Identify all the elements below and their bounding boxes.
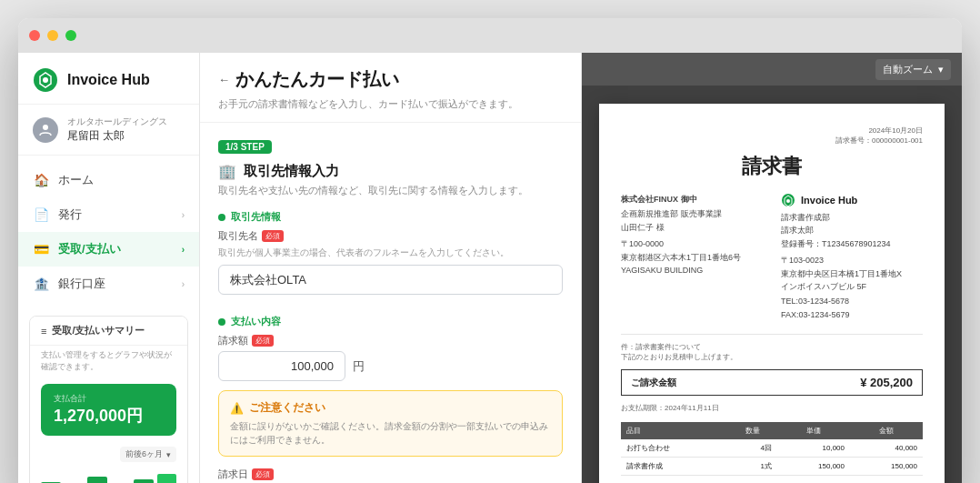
- sidebar-item-label: 受取/支払い: [58, 241, 121, 257]
- table-header-qty: 数量: [727, 422, 777, 439]
- from-name: Invoice Hub: [801, 195, 857, 206]
- step-badge: 1/3 STEP: [218, 140, 272, 154]
- avatar: [33, 117, 58, 143]
- preview-content: 2024年10月20日 請求番号：000000001-001 請求書 株式会社F…: [582, 86, 962, 483]
- summary-header: ≡ 受取/支払いサマリー: [30, 317, 187, 346]
- sidebar-item-receive[interactable]: 💳 受取/支払い ›: [18, 232, 199, 267]
- sidebar-item-label: 発行: [58, 206, 82, 223]
- form-body: 1/3 STEP 🏢 取引先情報入力 取引先名や支払い先の情報など、取引先に関す…: [200, 123, 581, 483]
- credit-card-icon: 💳: [33, 241, 49, 257]
- sidebar-item-issue[interactable]: 📄 発行 ›: [18, 197, 199, 232]
- amount-unit: 円: [353, 358, 365, 375]
- sidebar-user: オルタホールディングス 尾留田 太郎: [18, 105, 199, 156]
- preview-panel: 自動ズーム ▾ 2024年10月20日 請求番号：000000001-001 請…: [582, 53, 962, 483]
- from-logo: Invoice Hub: [781, 193, 923, 207]
- payment-group-header: 支払い内容: [218, 315, 563, 328]
- warning-box: ⚠️ ご注意ください 金額に誤りがないかご確認ください。請求金額の分割や一部支払…: [218, 390, 563, 457]
- invoice-table: 品目 数量 単価 金額 お打ち合わせ 4回 10,000: [621, 422, 923, 483]
- date-label-text: 請求日: [218, 468, 248, 481]
- user-name: 尾留田 太郎: [67, 128, 167, 144]
- form-header: ← かんたんカード払い お手元の請求書情報などを入力し、カード払いで振込ができま…: [200, 53, 581, 123]
- amount-row: 円: [218, 351, 563, 381]
- zoom-selector[interactable]: 自動ズーム ▾: [875, 59, 951, 80]
- chevron-right-icon: ›: [182, 245, 185, 255]
- period-selector[interactable]: 前後6ヶ月 ▾: [120, 447, 176, 462]
- form-subtitle: お手元の請求書情報などを入力し、カード払いで振込ができます。: [218, 97, 563, 111]
- sidebar-item-home[interactable]: 🏠 ホーム: [18, 163, 199, 197]
- table-header-amount: 金額: [850, 422, 923, 439]
- table-header-item: 品目: [621, 422, 727, 439]
- table-row-empty: [621, 476, 923, 483]
- sidebar-nav: 🏠 ホーム 📄 発行 › 💳 受取/支払い › 🏦 銀行口座 ›: [18, 156, 199, 308]
- maximize-button[interactable]: [65, 30, 76, 41]
- group-label: 取引先情報: [231, 210, 281, 224]
- summary-title: 受取/支払いサマリー: [52, 324, 145, 337]
- close-button[interactable]: [29, 30, 40, 41]
- required-badge: 必須: [262, 230, 284, 242]
- bank-icon: 🏦: [33, 276, 49, 292]
- table-header-unit: 単価: [777, 422, 850, 439]
- sidebar: Invoice Hub オルタホールディングス 尾留田 太郎 🏠 ホーム: [18, 53, 200, 483]
- total-label: ご請求金額: [631, 377, 676, 389]
- company-name-input[interactable]: [218, 265, 563, 295]
- amount-label-text: 請求額: [218, 334, 248, 347]
- user-company: オルタホールディングス: [67, 116, 167, 128]
- chart-bars: [41, 471, 176, 483]
- summary-amount-box: 支払合計 1,270,000円: [41, 384, 176, 436]
- warning-icon: ⚠️: [230, 402, 244, 415]
- group-dot: [218, 214, 225, 221]
- date-required-badge: 必須: [252, 468, 274, 480]
- form-title: かんたんカード払い: [235, 67, 399, 92]
- summary-label: 支払合計: [54, 393, 164, 405]
- payment-group-label: 支払い内容: [231, 315, 281, 328]
- chevron-down-icon: ▾: [938, 64, 944, 75]
- home-icon: 🏠: [33, 172, 49, 188]
- chart-bar: [87, 477, 107, 483]
- file-icon: 📄: [33, 206, 49, 223]
- to-company: 株式会社FINUX 御中 企画新規推進部 販売事業課 山田仁子 様 〒100-0…: [621, 193, 763, 277]
- date-field-label: 請求日 必須: [218, 468, 563, 481]
- zoom-label: 自動ズーム: [883, 63, 933, 76]
- back-button[interactable]: ← かんたんカード払い: [218, 67, 563, 92]
- section-desc: 取引先名や支払い先の情報など、取引先に関する情報を入力します。: [218, 184, 563, 197]
- invoice-note: 件：請求書案件について 下記のとおりお見積申し上げます。: [621, 334, 923, 362]
- main-content: ← かんたんカード払い お手元の請求書情報などを入力し、カード払いで振込ができま…: [200, 53, 962, 483]
- table-row: 請求書作成 1式 150,000 150,000: [621, 458, 923, 476]
- svg-point-1: [43, 77, 48, 83]
- chevron-right-icon: ›: [182, 279, 185, 289]
- table-row: お打ち合わせ 4回 10,000 40,000: [621, 439, 923, 458]
- minimize-button[interactable]: [47, 30, 58, 41]
- svg-point-2: [43, 125, 48, 130]
- summary-subtitle: 支払い管理をするとグラフや状況が確認できます。: [30, 346, 187, 377]
- summary-period-row: 前後6ヶ月 ▾: [30, 443, 187, 468]
- titlebar: [18, 18, 962, 53]
- section-title: 取引先情報入力: [244, 163, 339, 180]
- sidebar-header: Invoice Hub: [18, 53, 199, 105]
- section-title-row: 🏢 取引先情報入力: [218, 163, 563, 180]
- field-label-text: 取引先名: [218, 229, 258, 243]
- warning-title: ⚠️ ご注意ください: [230, 400, 551, 416]
- chevron-right-icon: ›: [182, 210, 185, 220]
- invoice-parties: 株式会社FINUX 御中 企画新規推進部 販売事業課 山田仁子 様 〒100-0…: [621, 193, 923, 321]
- invoice-to: 株式会社FINUX 御中 企画新規推進部 販売事業課 山田仁子 様 〒100-0…: [621, 193, 763, 321]
- amount-input[interactable]: [218, 351, 345, 381]
- invoice-due: お支払期限：2024年11月11日: [621, 403, 923, 413]
- summary-icon: ≡: [41, 326, 46, 337]
- arrow-left-icon: ←: [218, 73, 230, 86]
- invoice-from: Invoice Hub 請求書作成部 請求太郎 登録番号：T1234567890…: [781, 193, 923, 321]
- sidebar-item-bank[interactable]: 🏦 銀行口座 ›: [18, 267, 199, 301]
- warning-text: 金額に誤りがないかご確認ください。請求金額の分割や一部支払いでの申込みにはご利用…: [230, 419, 551, 447]
- summary-card: ≡ 受取/支払いサマリー 支払い管理をするとグラフや状況が確認できます。 支払合…: [29, 316, 188, 483]
- invoice-total: ご請求金額 ¥ 205,200: [621, 369, 923, 396]
- invoice-title: 請求書: [621, 153, 923, 180]
- warning-title-text: ご注意ください: [249, 400, 325, 416]
- building-icon: 🏢: [218, 163, 236, 180]
- from-info: 請求書作成部 請求太郎 登録番号：T12345678901234 〒103-00…: [781, 211, 923, 321]
- summary-amount: 1,270,000円: [54, 405, 164, 427]
- field-label: 取引先名 必須: [218, 229, 563, 243]
- svg-point-4: [786, 199, 790, 203]
- chart-bar: [157, 474, 177, 483]
- amount-required-badge: 必須: [252, 335, 274, 347]
- invoice-date: 2024年10月20日 請求番号：000000001-001: [621, 126, 923, 146]
- chevron-down-icon: ▾: [166, 450, 171, 459]
